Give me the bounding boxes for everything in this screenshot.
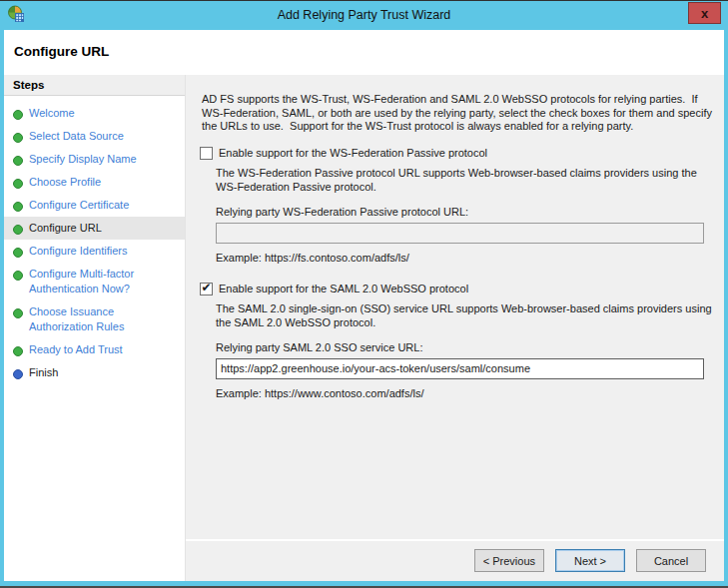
sidebar-item-finish[interactable]: Finish [4, 361, 185, 384]
content-pane: AD FS supports the WS-Trust, WS-Federati… [186, 75, 724, 581]
saml-example: Example: https://www.contoso.com/adfs/ls… [216, 387, 724, 399]
saml-checkbox-label: Enable support for the SAML 2.0 WebSSO p… [219, 283, 468, 294]
sidebar-item-configure-identifiers[interactable]: Configure Identifiers [4, 240, 185, 263]
saml-checkbox-row: ✔ Enable support for the SAML 2.0 WebSSO… [200, 283, 724, 295]
saml-checkbox[interactable]: ✔ [200, 283, 213, 295]
saml-url-label: Relying party SAML 2.0 SSO service URL: [216, 341, 724, 353]
check-icon: ✔ [201, 283, 211, 293]
sidebar-item-welcome[interactable]: Welcome [4, 102, 185, 125]
wsfed-checkbox[interactable] [200, 147, 213, 160]
sidebar-item-configure-certificate[interactable]: Configure Certificate [4, 194, 185, 217]
saml-url-input[interactable] [216, 358, 704, 379]
sidebar-item-choose-profile[interactable]: Choose Profile [4, 171, 185, 194]
sidebar-item-specify-display-name[interactable]: Specify Display Name [4, 148, 185, 171]
page-header: Configure URL [4, 30, 724, 75]
wsfed-example: Example: https://fs.contoso.com/adfs/ls/ [216, 252, 724, 264]
intro-text: AD FS supports the WS-Trust, WS-Federati… [202, 93, 715, 134]
wsfed-description: The WS-Federation Passive protocol URL s… [216, 166, 715, 194]
sidebar-item-configure-url[interactable]: Configure URL [4, 217, 185, 240]
page-title: Configure URL [4, 30, 724, 59]
previous-button[interactable]: < Previous [474, 549, 544, 572]
saml-description: The SAML 2.0 single-sign-on (SSO) servic… [216, 301, 715, 329]
close-icon: x [701, 7, 708, 20]
window-title: Add Relying Party Trust Wizard [0, 8, 728, 22]
close-button[interactable]: x [688, 2, 721, 24]
dialog-body: Configure URL Steps Welcome Select Data … [4, 30, 724, 581]
titlebar: Add Relying Party Trust Wizard x [0, 1, 728, 30]
sidebar-item-ready-to-add-trust[interactable]: Ready to Add Trust [4, 338, 185, 361]
wizard-window: Add Relying Party Trust Wizard x Configu… [0, 0, 728, 588]
steps-panel: Steps Welcome Select Data Source Specify… [4, 75, 186, 581]
next-button[interactable]: Next > [555, 549, 625, 572]
wsfed-checkbox-label: Enable support for the WS-Federation Pas… [219, 147, 487, 159]
footer-buttons: < Previous Next > Cancel [463, 549, 706, 572]
wsfed-url-label: Relying party WS-Federation Passive prot… [216, 206, 724, 218]
footer-separator [186, 539, 724, 541]
steps-list: Welcome Select Data Source Specify Displ… [4, 102, 185, 384]
steps-heading: Steps [4, 75, 185, 96]
wsfed-url-input [216, 223, 704, 244]
wsfed-checkbox-row: Enable support for the WS-Federation Pas… [200, 147, 724, 160]
cancel-button[interactable]: Cancel [636, 549, 706, 572]
sidebar-item-configure-mfa[interactable]: Configure Multi-factor Authentication No… [4, 263, 185, 300]
sidebar-item-choose-issuance-rules[interactable]: Choose Issuance Authorization Rules [4, 300, 185, 338]
sidebar-item-select-data-source[interactable]: Select Data Source [4, 125, 185, 148]
